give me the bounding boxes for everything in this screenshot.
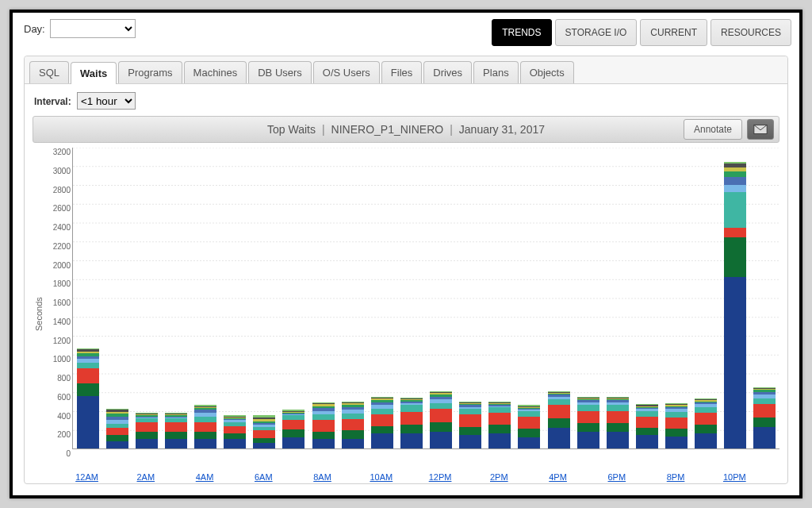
bar-segment: [695, 407, 717, 413]
x-label-4PM[interactable]: 4PM: [549, 472, 567, 482]
interval-select[interactable]: <1 hour: [77, 92, 136, 110]
subtab-o-s-users[interactable]: O/S Users: [313, 61, 380, 83]
bar-segment: [459, 402, 481, 402]
x-label-4AM[interactable]: 4AM: [196, 472, 214, 482]
x-label-2PM[interactable]: 2PM: [490, 472, 508, 482]
bar-segment: [488, 404, 511, 405]
x-label-8PM[interactable]: 8PM: [667, 472, 685, 482]
bar-segment: [548, 397, 570, 400]
bar-segment: [165, 432, 187, 440]
bar-segment: [106, 435, 128, 441]
x-label-6AM[interactable]: 6AM: [255, 472, 273, 482]
annotate-button[interactable]: Annotate: [684, 119, 742, 140]
subtab-objects[interactable]: Objects: [520, 61, 574, 83]
bar-segment: [430, 392, 452, 393]
y-tick: 800: [57, 374, 71, 383]
bar-segment: [753, 427, 776, 448]
bar-segment: [636, 409, 658, 410]
bar-segment: [724, 277, 746, 448]
bar-segment: [577, 402, 599, 406]
app-frame: Day: TRENDSSTORAGE I/OCURRENTRESOURCES S…: [10, 10, 802, 498]
bar-segment: [165, 414, 187, 414]
y-tick: 2000: [53, 260, 71, 269]
y-tick: 1400: [53, 317, 71, 325]
bar-segment: [165, 413, 187, 414]
subtab-sql[interactable]: SQL: [29, 61, 69, 83]
bar-segment: [518, 407, 540, 408]
bar-segment: [753, 392, 776, 395]
bar-segment: [253, 421, 275, 423]
bar-segment: [165, 418, 187, 418]
bar-segment: [577, 399, 599, 400]
bar-segment: [253, 425, 275, 426]
subtab-files[interactable]: Files: [381, 61, 422, 83]
subtab-waits[interactable]: Waits: [71, 62, 117, 84]
nav-tab-current[interactable]: CURRENT: [640, 19, 707, 46]
chart-section: Interval: <1 hour Top Waits | NINERO_P1_…: [25, 84, 787, 471]
bar-segment: [165, 415, 187, 416]
subtabs: SQLWaitsProgramsMachinesDB UsersO/S User…: [25, 56, 787, 84]
bar-segment: [665, 418, 688, 429]
bar-segment: [607, 405, 629, 410]
interval-group: Interval: <1 hour: [33, 89, 779, 116]
subtab-plans[interactable]: Plans: [473, 61, 519, 83]
day-select[interactable]: [50, 19, 136, 38]
nav-tab-trends[interactable]: TRENDS: [492, 19, 551, 46]
subtab-machines[interactable]: Machines: [184, 61, 247, 83]
x-label-10PM[interactable]: 10PM: [723, 472, 746, 482]
bar-segment: [607, 411, 629, 423]
bar-segment: [577, 423, 599, 432]
bar-segment: [665, 404, 688, 405]
y-tick: 3200: [53, 148, 71, 156]
x-label-6PM[interactable]: 6PM: [608, 472, 626, 482]
bar-segment: [430, 422, 452, 432]
x-label-8AM[interactable]: 8AM: [313, 472, 331, 482]
x-label-12PM[interactable]: 12PM: [429, 472, 452, 482]
nav-tab-storage-i-o[interactable]: STORAGE I/O: [555, 19, 638, 46]
bar-segment: [194, 405, 216, 406]
bar-segment: [253, 430, 275, 438]
bar-segment: [312, 404, 335, 406]
chart-title: Top Waits: [267, 123, 316, 136]
subtab-db-users[interactable]: DB Users: [248, 61, 312, 83]
nav-tab-resources[interactable]: RESOURCES: [710, 19, 791, 46]
bar-segment: [77, 356, 99, 360]
bar-segment: [488, 402, 511, 402]
bar-segment: [282, 437, 304, 448]
bar-segment: [106, 410, 128, 411]
bar-segment: [136, 418, 158, 422]
mail-button[interactable]: [747, 119, 774, 140]
bar-segment: [518, 417, 540, 429]
bar-segment: [577, 398, 599, 399]
bar-segment: [459, 409, 481, 414]
y-tick: 2400: [53, 223, 71, 232]
x-label-10AM[interactable]: 10AM: [370, 472, 393, 482]
x-label-12AM[interactable]: 12AM: [75, 472, 98, 482]
y-tick: 1600: [53, 298, 71, 307]
bar-segment: [459, 435, 481, 448]
x-label-2AM[interactable]: 2AM: [137, 472, 155, 482]
bar-segment: [282, 413, 304, 414]
bar-segment: [636, 408, 658, 409]
bar-segment: [224, 415, 246, 416]
bar-segment: [282, 429, 304, 437]
bar-segment: [136, 417, 158, 418]
bar-segment: [342, 403, 364, 405]
bar-segment: [77, 368, 99, 383]
subtab-drives[interactable]: Drives: [423, 61, 472, 83]
y-tick: 1800: [53, 279, 71, 288]
y-tick: 2200: [53, 241, 71, 250]
bar-segment: [342, 414, 364, 419]
bar-segment: [312, 432, 335, 440]
bar-segment: [282, 420, 304, 429]
y-tick: 2600: [53, 204, 71, 213]
bar-segment: [342, 430, 364, 439]
bar-segment: [607, 398, 629, 399]
bar-segment: [665, 405, 688, 406]
subtab-programs[interactable]: Programs: [118, 61, 182, 83]
bar-segment: [753, 404, 776, 418]
bar-segment: [548, 428, 570, 448]
bar-segment: [430, 393, 452, 394]
bar-segment: [430, 397, 452, 400]
bar-segment: [577, 411, 599, 423]
